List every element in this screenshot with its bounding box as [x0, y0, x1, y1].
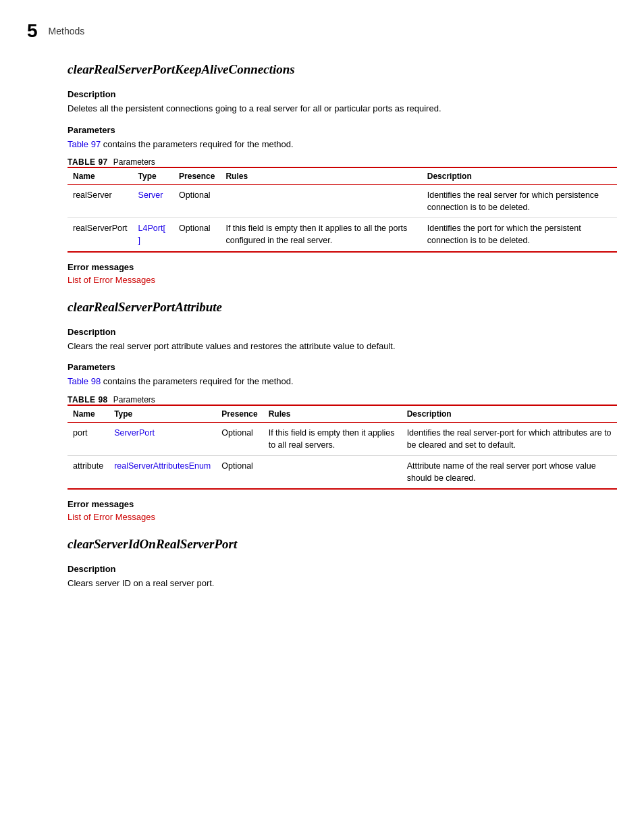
cell-presence: Optional: [216, 455, 263, 489]
error-block-2: Error messages List of Error Messages: [68, 499, 617, 522]
section-title-1: clearRealServerPortKeepAliveConnections: [68, 62, 617, 77]
table-ref-link-1[interactable]: Table 97: [68, 139, 101, 149]
section-clearRealServerPortAttribute: clearRealServerPortAttribute Description…: [27, 300, 617, 523]
cell-name: port: [68, 422, 109, 455]
table-label-row-1: TABLE 97 Parameters: [68, 157, 617, 167]
col-description-1: Description: [422, 167, 617, 185]
table-row: realServerPort L4Port[ ] Optional If thi…: [68, 218, 617, 252]
cell-name: attribute: [68, 455, 109, 489]
cell-rules: [263, 455, 402, 489]
error-messages-link-2[interactable]: List of Error Messages: [68, 512, 155, 522]
parameters-block-2: Parameters Table 98 contains the paramet…: [68, 362, 617, 388]
table-row: attribute realServerAttributesEnum Optio…: [68, 455, 617, 489]
page-header: 5 Methods: [27, 20, 617, 42]
parameters-table-1: Name Type Presence Rules Description rea…: [68, 167, 617, 253]
table-header-row-2: Name Type Presence Rules Description: [68, 405, 617, 423]
error-heading-1: Error messages: [68, 262, 617, 272]
cell-presence: Optional: [216, 422, 263, 455]
cell-type: Server: [133, 185, 173, 218]
parameters-intro-1: Table 97 contains the parameters require…: [68, 138, 617, 151]
table-label-2: TABLE 98: [68, 395, 108, 405]
section-clearRealServerPortKeepAliveConnections: clearRealServerPortKeepAliveConnections …: [27, 62, 617, 285]
table-label-name-1: Parameters: [113, 157, 155, 167]
col-rules-2: Rules: [263, 405, 402, 423]
table-row: realServer Server Optional Identifies th…: [68, 185, 617, 218]
table-label-1: TABLE 97: [68, 157, 108, 167]
cell-name: realServer: [68, 185, 133, 218]
table-label-name-2: Parameters: [113, 395, 155, 405]
parameters-table-2: Name Type Presence Rules Description por…: [68, 405, 617, 490]
col-description-2: Description: [402, 405, 617, 423]
cell-rules: If this field is empty then it applies t…: [263, 422, 402, 455]
description-block-3: Description Clears server ID on a real s…: [68, 564, 617, 590]
table-ref-link-2[interactable]: Table 98: [68, 376, 101, 386]
chapter-number: 5: [27, 20, 38, 42]
chapter-label: Methods: [49, 26, 85, 36]
cell-presence: Optional: [173, 185, 220, 218]
error-block-1: Error messages List of Error Messages: [68, 262, 617, 285]
description-block-1: Description Deletes all the persistent c…: [68, 89, 617, 115]
table-header-row-1: Name Type Presence Rules Description: [68, 167, 617, 185]
cell-rules: If this field is empty then it applies t…: [220, 218, 421, 252]
description-heading-2: Description: [68, 327, 617, 337]
cell-presence: Optional: [173, 218, 220, 252]
description-text-2: Clears the real server port attribute va…: [68, 340, 617, 353]
parameters-heading-2: Parameters: [68, 362, 617, 372]
cell-description: Identifies the real server-port for whic…: [402, 422, 617, 455]
col-presence-1: Presence: [173, 167, 220, 185]
description-text-3: Clears server ID on a real server port.: [68, 577, 617, 590]
cell-type: ServerPort: [109, 422, 216, 455]
description-heading-1: Description: [68, 89, 617, 99]
section-title-2: clearRealServerPortAttribute: [68, 300, 617, 315]
col-name-2: Name: [68, 405, 109, 423]
col-presence-2: Presence: [216, 405, 263, 423]
parameters-heading-1: Parameters: [68, 125, 617, 135]
cell-description: Atttribute name of the real server port …: [402, 455, 617, 489]
cell-name: realServerPort: [68, 218, 133, 252]
cell-type: realServerAttributesEnum: [109, 455, 216, 489]
cell-rules: [220, 185, 421, 218]
table-label-row-2: TABLE 98 Parameters: [68, 395, 617, 405]
parameters-intro-2: Table 98 contains the parameters require…: [68, 375, 617, 388]
description-block-2: Description Clears the real server port …: [68, 327, 617, 353]
description-text-1: Deletes all the persistent connections g…: [68, 102, 617, 115]
description-heading-3: Description: [68, 564, 617, 574]
col-name-1: Name: [68, 167, 133, 185]
section-clearServerIdOnRealServerPort: clearServerIdOnRealServerPort Descriptio…: [27, 537, 617, 590]
table-row: port ServerPort Optional If this field i…: [68, 422, 617, 455]
col-rules-1: Rules: [220, 167, 421, 185]
error-messages-link-1[interactable]: List of Error Messages: [68, 275, 155, 285]
section-title-3: clearServerIdOnRealServerPort: [68, 537, 617, 552]
parameters-block-1: Parameters Table 97 contains the paramet…: [68, 125, 617, 151]
col-type-1: Type: [133, 167, 173, 185]
cell-description: Identifies the real server for which per…: [422, 185, 617, 218]
cell-type: L4Port[ ]: [133, 218, 173, 252]
error-heading-2: Error messages: [68, 499, 617, 509]
cell-description: Identifies the port for which the persis…: [422, 218, 617, 252]
col-type-2: Type: [109, 405, 216, 423]
